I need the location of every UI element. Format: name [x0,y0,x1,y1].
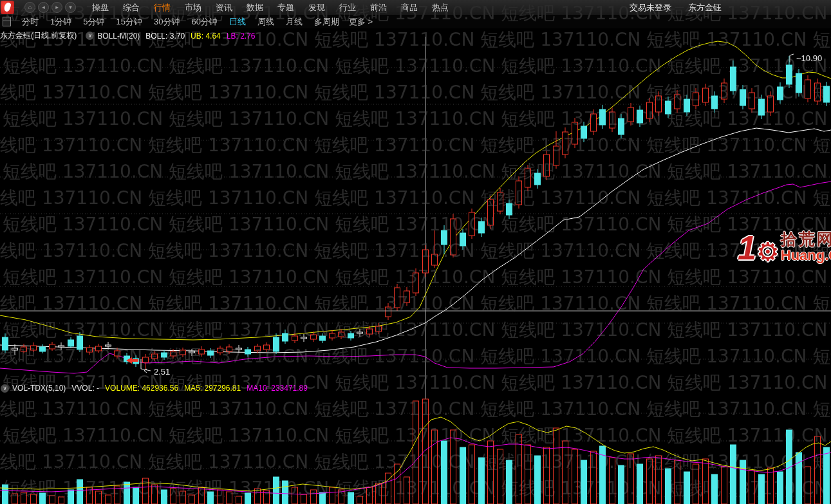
candle-body [731,67,736,91]
candle-body [199,350,205,354]
candle-body [647,102,653,118]
candle-body [348,333,354,338]
stock-label[interactable]: 东方金钰(日线,前复权) [0,30,77,41]
menu-item-2[interactable]: 行情 [147,2,178,14]
volume-bar [581,460,587,504]
menu-item-8[interactable]: 行业 [332,2,363,14]
candle-body [87,348,93,352]
candle-body [628,107,634,122]
chevron-down-icon[interactable]: ∨ [86,32,94,40]
menu-item-3[interactable]: 市场 [178,2,209,14]
period-item-0[interactable]: 分时 [16,16,44,28]
indicator-value: MA5: 297296.81 [184,384,241,393]
menu-item-4[interactable]: 资讯 [209,2,239,14]
volume-bar [245,493,251,504]
period-item-1[interactable]: 1分钟 [44,16,77,28]
menu-item-6[interactable]: 专题 [270,2,301,14]
menu-item-11[interactable]: 热点 [425,2,456,14]
volume-bar [96,491,102,504]
menu-item-10[interactable]: 商品 [394,2,425,14]
candle-body [59,346,64,347]
candle-body [3,337,8,350]
candle-body [77,336,83,350]
candle-body [264,345,270,350]
candle-body [554,146,559,165]
volume-bar [815,436,821,504]
period-item-9[interactable]: 多周期 [308,16,345,28]
candle-body [152,354,158,359]
down-nav-icon[interactable]: ▾ [65,2,76,13]
volume-bar [413,401,419,504]
indicator-values: BOLL: 3.70UB: 4.64LB: 2.76 [145,32,261,41]
menu-item-0[interactable]: 操盘 [85,2,116,14]
candle-body [189,351,195,353]
volume-bar [124,482,130,504]
period-item-3[interactable]: 15分钟 [110,16,147,28]
forward-nav-icon[interactable]: ▸ [51,2,62,13]
volume-bar [274,477,279,504]
login-status[interactable]: 交易未登录 [630,2,671,14]
volume-bar [152,485,158,504]
candle-body [320,336,326,341]
candle-body [171,351,176,356]
period-item-4[interactable]: 30分钟 [148,16,185,28]
menu-item-1[interactable]: 综合 [116,2,147,14]
more-periods-button[interactable]: 更多 > [345,16,377,28]
back-nav-icon[interactable]: ◂ [38,2,49,13]
candle-body [245,350,251,354]
current-stock-name[interactable]: 东方金钰 [688,2,722,14]
menu-item-5[interactable]: 数据 [239,2,270,14]
volume-bar [749,471,755,504]
volume-bar [731,445,736,504]
app-logo-icon[interactable] [1,1,14,14]
candle-body [376,326,382,331]
candle-body [712,96,718,109]
volume-indicator-name[interactable]: VOL-TDX(5,10) [12,384,66,393]
candle-body [740,89,746,106]
candle-body [236,348,242,350]
home-nav-icon[interactable]: ⌂ [24,2,35,13]
vvol-value: VVOL: - [71,384,99,393]
candle-body [413,273,419,293]
volume-bar [218,490,223,504]
period-item-5[interactable]: 60分钟 [185,16,223,28]
candle-body [722,83,727,99]
candle-body [796,73,802,93]
chevron-down-icon[interactable]: ∨ [1,384,9,393]
volume-bar [656,456,662,504]
candle-body [591,114,597,131]
volume-pane-header: ∨ VOL-TDX(5,10) VVOL: - VOLUME: 462936.5… [1,384,313,393]
period-item-2[interactable]: 5分钟 [77,16,110,28]
top-menu-bar: ⌂◂▸▾ 操盘综合行情市场资讯数据专题发现行业前沿商品热点 交易未登录 东方金钰 [0,0,831,15]
volume-bar [171,489,176,504]
volume-bar [544,447,550,504]
indicator-name[interactable]: BOLL-M(20) [97,32,140,41]
volume-bar [320,492,326,504]
volume-values: VOLUME: 462936.56MA5: 297296.81MA10: 233… [105,384,313,393]
volume-bar [21,492,27,504]
volume-bar [619,465,624,504]
indicator-value: VOLUME: 462936.56 [105,384,178,393]
volume-bar [637,464,643,504]
volume-bar [488,441,494,504]
menu-item-7[interactable]: 发现 [301,2,332,14]
period-item-7[interactable]: 周线 [252,16,280,28]
period-item-8[interactable]: 月线 [280,16,308,28]
volume-bar [796,453,802,504]
candle-body [50,344,55,349]
volume-bar [376,483,382,504]
nav-buttons: ⌂◂▸▾ [23,2,77,13]
candlestick-chart[interactable]: ~10.902.51 [0,0,831,504]
candle-body [693,93,699,106]
candle-body [274,337,279,351]
volume-bar [805,467,811,504]
menu-item-9[interactable]: 前沿 [363,2,394,14]
candle-body [656,96,662,112]
period-item-6[interactable]: 日线 [223,16,252,28]
candle-body [469,212,475,236]
candle-body [218,348,223,353]
volume-bar [498,449,503,504]
candle-body [40,347,46,351]
window-list-icon[interactable] [3,17,11,26]
candle-body [787,65,792,84]
